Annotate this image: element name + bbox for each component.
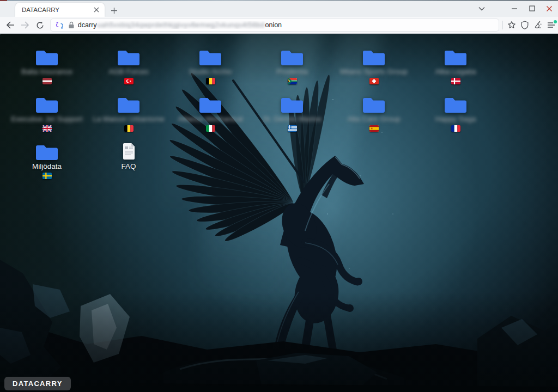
page-viewport: Balta InsuranceAGB ForcesStudio ArchivPr… xyxy=(0,34,558,392)
item-label: Balta Insurance xyxy=(21,68,72,76)
menu-icon[interactable] xyxy=(545,19,558,32)
folder-icon xyxy=(444,94,468,113)
folder-icon xyxy=(35,47,59,65)
document-icon xyxy=(122,142,136,160)
leak-folder-item[interactable]: Balta Insurance xyxy=(6,47,88,94)
toolbar-separator xyxy=(502,21,503,29)
flag-icon-gr xyxy=(288,125,297,132)
leak-folder-item[interactable]: St. Dennis Marine xyxy=(251,94,333,142)
leak-folder-item[interactable]: La Maison Urbanisme xyxy=(88,94,169,142)
folder-icon xyxy=(362,47,386,65)
navigation-toolbar: dcarryuah5vxbiq34qwprdethkjgivyv6emwg2vk… xyxy=(0,17,558,34)
folder-icon xyxy=(280,47,304,65)
new-tab-button[interactable] xyxy=(108,4,120,16)
folder-icon xyxy=(198,47,222,65)
back-button[interactable] xyxy=(3,19,17,32)
item-label: Miljödata xyxy=(32,162,62,170)
folder-icon xyxy=(35,94,59,113)
url-bar[interactable]: dcarryuah5vxbiq34qwprdethkjgivyv6emwg2vk… xyxy=(50,19,499,32)
url-suffix: onion xyxy=(265,21,282,29)
item-label: Milano Sports Group xyxy=(340,68,408,76)
folder-icon xyxy=(117,47,141,65)
item-label: St. Dennis Marine xyxy=(263,115,321,123)
folder-icon xyxy=(198,94,222,113)
browser-window: DATACARRY xyxy=(0,0,558,392)
flag-icon-lv xyxy=(43,78,52,84)
flag-icon-gb xyxy=(43,125,52,132)
lock-icon[interactable] xyxy=(68,21,75,29)
window-maximize-button[interactable] xyxy=(523,2,541,16)
item-label: Executive Jet Support xyxy=(11,115,82,123)
leak-folder-item[interactable]: Studio Archiv xyxy=(169,47,251,94)
folder-icon xyxy=(444,47,468,65)
leak-folder-item[interactable]: Miljödata xyxy=(6,142,88,189)
shield-icon[interactable] xyxy=(518,19,531,32)
item-label: Alba Legatia xyxy=(435,68,476,76)
flag-icon-be xyxy=(124,125,134,132)
leak-folder-item[interactable]: Happy Saga xyxy=(415,94,496,142)
flag-icon-se xyxy=(43,173,52,179)
tab-list-chevron-icon[interactable] xyxy=(473,2,490,16)
leak-folder-item[interactable]: Prodentia xyxy=(251,47,333,94)
item-label: Studio Archiv xyxy=(189,68,232,76)
flag-icon-fr xyxy=(451,125,460,132)
url-blurred-part: uah5vxbiq34qwprdethkjgivyv6emwg2vkunqs4t… xyxy=(98,21,265,29)
new-identity-broom-icon[interactable] xyxy=(531,19,544,32)
item-label: FAQ xyxy=(121,162,136,170)
flag-icon-za xyxy=(288,78,297,84)
forward-button[interactable] xyxy=(18,19,32,32)
item-label: AGB Forces xyxy=(108,68,149,76)
leak-items-grid: Balta InsuranceAGB ForcesStudio ArchivPr… xyxy=(6,47,496,189)
tab-title: DATACARRY xyxy=(22,7,92,13)
flag-icon-ch xyxy=(369,78,379,84)
leak-folder-item[interactable]: Milano Sports Group xyxy=(333,47,415,94)
folder-icon xyxy=(280,94,304,113)
leak-folder-item[interactable]: Alta Care Group xyxy=(333,94,415,142)
window-close-button[interactable] xyxy=(541,2,558,16)
tab[interactable]: DATACARRY xyxy=(15,3,105,17)
reload-button[interactable] xyxy=(33,19,47,32)
leak-folder-item[interactable]: AGB Forces xyxy=(88,47,169,94)
item-label: Prodentia xyxy=(276,68,308,76)
window-controls xyxy=(473,0,558,17)
bookmark-star-icon[interactable] xyxy=(505,19,518,32)
tab-close-icon[interactable] xyxy=(92,5,101,15)
leak-folder-item[interactable]: Alba Legatia xyxy=(415,47,496,94)
folder-icon xyxy=(362,94,386,113)
item-label: Happy Saga xyxy=(435,115,476,123)
leak-folder-item[interactable]: Executive Jet Support xyxy=(6,94,88,142)
onion-circuit-icon[interactable] xyxy=(55,21,64,29)
faq-item[interactable]: FAQ xyxy=(88,142,169,189)
item-label: Alta Care Group xyxy=(347,115,401,123)
flag-icon-es xyxy=(369,125,379,132)
flag-icon-tr xyxy=(124,78,134,84)
flag-icon-it xyxy=(206,125,215,132)
update-available-dot xyxy=(554,20,557,23)
item-label: La Maison Urbanisme xyxy=(93,115,164,123)
leak-folder-item[interactable]: Alliance Mechanical xyxy=(169,94,251,142)
flag-icon-be xyxy=(206,78,215,84)
folder-icon xyxy=(117,94,141,113)
folder-icon xyxy=(35,142,59,160)
url-text: dcarryuah5vxbiq34qwprdethkjgivyv6emwg2vk… xyxy=(78,21,282,29)
item-label: Alliance Mechanical xyxy=(178,115,242,123)
window-minimize-button[interactable] xyxy=(506,2,523,16)
url-prefix: dcarry xyxy=(78,21,97,29)
flag-icon-dk xyxy=(451,78,460,84)
site-logo-badge: DATACARRY xyxy=(4,377,71,390)
tab-strip: DATACARRY xyxy=(0,0,558,17)
